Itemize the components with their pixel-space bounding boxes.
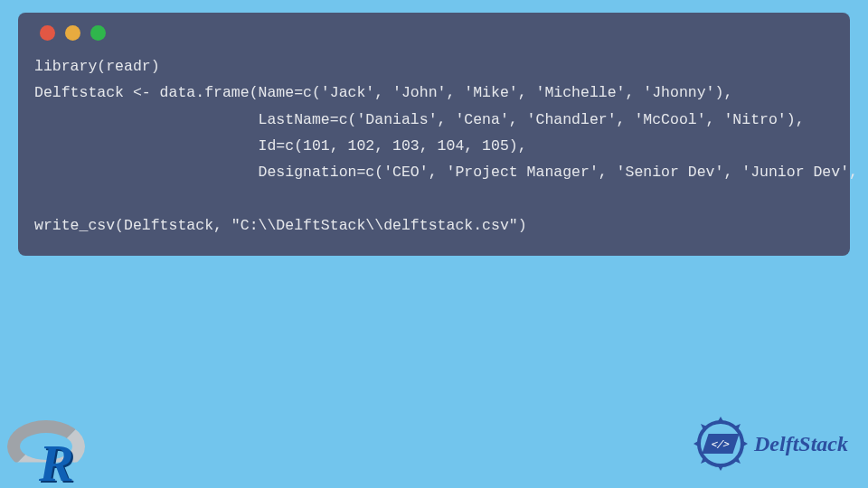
svg-marker-3 <box>693 440 700 447</box>
code-line: write_csv(Delftstack, "C:\\DelftStack\\d… <box>34 217 527 234</box>
code-line: Delftstack <- data.frame(Name=c('Jack', … <box>34 84 732 101</box>
window-dots <box>40 25 834 41</box>
maximize-dot-icon <box>90 25 106 41</box>
code-block: library(readr) Delftstack <- data.frame(… <box>34 53 834 239</box>
delftstack-wordmark: DelftStack <box>754 432 848 456</box>
badge-code-icon: </> <box>702 434 739 454</box>
svg-marker-4 <box>741 440 748 447</box>
code-panel: library(readr) Delftstack <- data.frame(… <box>18 13 850 256</box>
minimize-dot-icon <box>65 25 80 41</box>
code-line: LastName=c('Danials', 'Cena', 'Chandler'… <box>34 111 805 128</box>
r-letter-icon: R <box>39 433 74 488</box>
r-language-logo-icon: R <box>0 411 99 488</box>
svg-marker-1 <box>717 417 724 423</box>
delftstack-badge-icon: </> <box>693 416 749 472</box>
svg-marker-2 <box>717 465 724 471</box>
code-line: Id=c(101, 102, 103, 104, 105), <box>34 137 527 155</box>
code-line: library(readr) <box>34 58 160 75</box>
delftstack-logo: </> DelftStack <box>693 416 848 472</box>
close-dot-icon <box>40 25 55 41</box>
code-line: Designation=c('CEO', 'Project Manager', … <box>34 164 868 181</box>
